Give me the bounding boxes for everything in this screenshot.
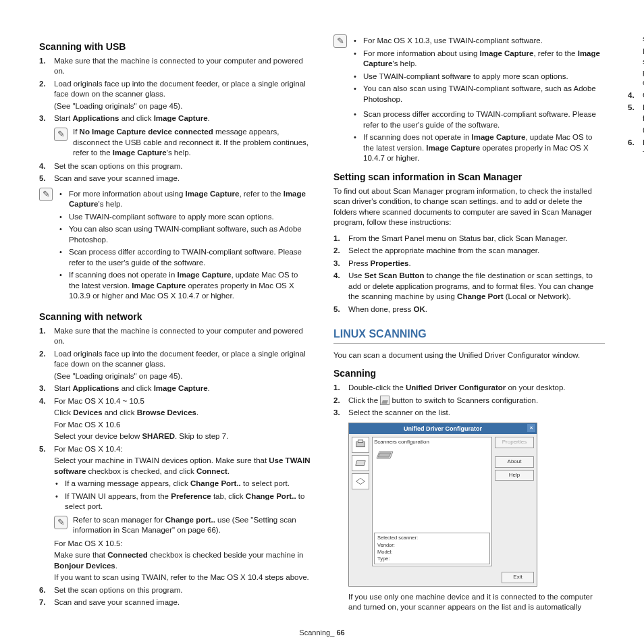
about-button[interactable]: About [495,456,534,468]
ss-selected-scanner: Selected scanner: Vendor: Model: Type: [374,533,490,564]
note-icon: ✎ [54,516,68,529]
list-usb-cont: Set the scan options on this program. Sc… [39,161,311,184]
list-linux-scan: Double-click the Unified Driver Configur… [333,383,605,419]
setting-intro: To find out about Scan Manager program i… [333,186,605,228]
note-icon: ✎ [39,188,53,201]
properties-button[interactable]: Properties [495,437,534,448]
screenshot-unified-driver-config: Unified Driver Configurator × Scanners c… [348,423,537,587]
lscan-step-5: Load originals face up into the document… [628,103,644,136]
note-usb-2: ✎ For more information about using Image… [39,187,311,304]
heading-scanning: Scanning [333,367,605,380]
scanner-tab-icon [380,396,390,405]
close-icon[interactable]: × [527,424,535,432]
ss-titlebar: Unified Driver Configurator × [349,423,537,434]
lscan-step-4: Click Properties. [628,90,644,101]
page-footer: Scanning_ 66 [39,628,605,638]
lscan-step-3: Select the scanner on the list. [333,408,605,419]
net-step-7: Scan and save your scanned image. [39,597,311,608]
printers-tab-icon[interactable] [352,437,369,453]
scanners-tab-icon[interactable] [352,455,369,471]
list-network: Make sure that the machine is connected … [39,326,311,608]
usb-step-1: Make sure that the machine is connected … [39,56,311,77]
list-linux-scan-cont: Click Properties. Load originals face up… [628,90,644,160]
help-button[interactable]: Help [495,470,534,481]
exit-button[interactable]: Exit [502,572,534,583]
note-icon: ✎ [54,128,68,141]
ports-tab-icon[interactable] [352,473,369,489]
net-step-6: Set the scan options on this program. [39,585,311,596]
usb-note2-bullets: For more information about using Image C… [58,189,311,302]
usb-step-3: Start Applications and click Image Captu… [39,113,311,124]
heading-scanning-usb: Scanning with USB [39,41,311,53]
note-usb-1: ✎ If No Image Capture device connected m… [54,127,311,159]
ss-scanners-frame: Scanners configuration Selected scanner:… [372,437,492,566]
usb-step-5: Scan and save your scanned image. [39,173,311,184]
net-step-1: Make sure that the machine is connected … [39,326,311,347]
net-step-2: Load originals face up into the document… [39,349,311,382]
heading-scanning-network: Scanning with network [39,311,311,323]
scanner-icon [375,448,394,461]
net-step-4: For Mac OS X 10.4 ~ 10.5 Click Devices a… [39,396,311,442]
list-setting: From the Smart Panel menu on Status bar,… [333,234,605,315]
lscan-step-6: From the Scanner Properties window, clic… [628,138,644,160]
heading-setting-scan-info: Setting scan information in Scan Manager [333,171,605,184]
net-step-5: For Mac OS X 10.4: Select your machine i… [39,444,311,583]
note-icon: ✎ [333,34,347,48]
usb-step-4: Set the scan options on this program. [39,161,311,172]
list-usb: Make sure that the machine is connected … [39,56,311,124]
svg-rect-1 [358,440,363,443]
net-step-3: Start Applications and click Image Captu… [39,383,311,394]
linux-intro: You can scan a document using the Unifie… [333,350,605,361]
note-network: ✎ For Mac OS X 10.3, use TWAIN-compliant… [333,34,605,107]
col2-top-bullets: Scan process differ according to TWAIN-c… [352,109,605,164]
usb-step-2: Load originals face up into the document… [39,79,311,112]
lscan-step-2: Click the button to switch to Scanners c… [333,396,605,406]
lscan-step-1: Double-click the Unified Driver Configur… [333,383,605,394]
heading-linux-scanning: LINUX SCANNING [333,327,605,344]
